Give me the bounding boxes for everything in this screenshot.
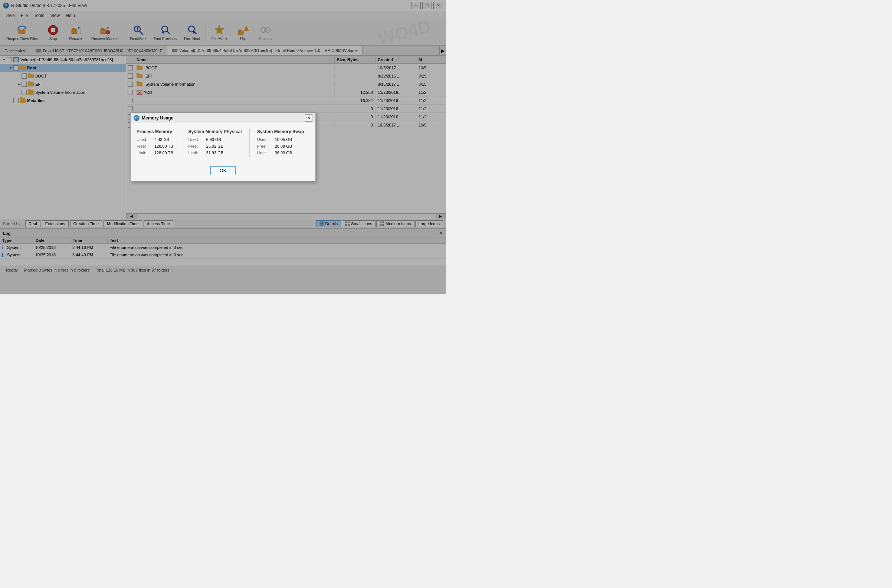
modal-physical-used-key: Used:	[189, 137, 203, 142]
memory-usage-dialog: R Memory Usage ✕ Process Memory Used: 4.…	[130, 112, 316, 182]
modal-physical-limit-val: 31.93 GB	[206, 151, 223, 155]
modal-section-physical: System Memory Physical Used: 6.90 GB Fre…	[189, 129, 242, 157]
modal-physical-used-val: 6.90 GB	[206, 137, 221, 142]
modal-process-free-row: Free: 128.00 TB	[137, 144, 173, 148]
modal-swap-used-key: Used:	[257, 137, 272, 142]
modal-swap-limit-val: 36.93 GB	[275, 151, 292, 155]
modal-sep-1	[181, 129, 181, 157]
modal-process-used-val: 4.43 GB	[155, 137, 169, 142]
modal-process-limit-val: 128.00 TB	[155, 151, 173, 155]
modal-sep-2	[249, 129, 250, 157]
modal-process-used-key: Used:	[137, 137, 152, 142]
modal-physical-limit-key: Limit:	[189, 151, 203, 155]
modal-physical-free-key: Free:	[189, 144, 203, 148]
modal-section-process-title: Process Memory	[137, 129, 173, 134]
modal-footer: OK	[131, 163, 315, 181]
modal-physical-used-row: Used: 6.90 GB	[189, 137, 242, 142]
modal-close-button[interactable]: ✕	[305, 114, 312, 122]
modal-swap-limit-key: Limit:	[257, 151, 272, 155]
modal-swap-free-val: 26.88 GB	[275, 144, 292, 148]
modal-title: Memory Usage	[142, 116, 173, 121]
modal-physical-limit-row: Limit: 31.93 GB	[189, 151, 242, 155]
modal-process-limit-key: Limit:	[137, 151, 152, 155]
modal-section-swap-title: System Memory Swap	[257, 129, 304, 134]
modal-process-free-key: Free:	[137, 144, 152, 148]
modal-section-process: Process Memory Used: 4.43 GB Free: 128.0…	[137, 129, 173, 157]
modal-swap-free-row: Free: 26.88 GB	[257, 144, 304, 148]
modal-swap-free-key: Free:	[257, 144, 272, 148]
modal-section-physical-title: System Memory Physical	[189, 129, 242, 134]
modal-physical-free-val: 25.02 GB	[206, 144, 223, 148]
modal-titlebar: R Memory Usage ✕	[131, 113, 315, 123]
modal-swap-used-row: Used: 10.05 GB	[257, 137, 304, 142]
modal-physical-free-row: Free: 25.02 GB	[189, 144, 242, 148]
modal-overlay: R Memory Usage ✕ Process Memory Used: 4.…	[0, 0, 446, 294]
modal-process-used-row: Used: 4.43 GB	[137, 137, 173, 142]
modal-logo: R	[134, 115, 140, 121]
modal-sections: Process Memory Used: 4.43 GB Free: 128.0…	[137, 129, 309, 157]
modal-swap-limit-row: Limit: 36.93 GB	[257, 151, 304, 155]
modal-process-limit-row: Limit: 128.00 TB	[137, 151, 173, 155]
modal-section-swap: System Memory Swap Used: 10.05 GB Free: …	[257, 129, 304, 157]
modal-ok-button[interactable]: OK	[210, 166, 235, 175]
modal-body: Process Memory Used: 4.43 GB Free: 128.0…	[131, 123, 315, 163]
modal-process-free-val: 128.00 TB	[155, 144, 173, 148]
modal-swap-used-val: 10.05 GB	[275, 137, 292, 142]
